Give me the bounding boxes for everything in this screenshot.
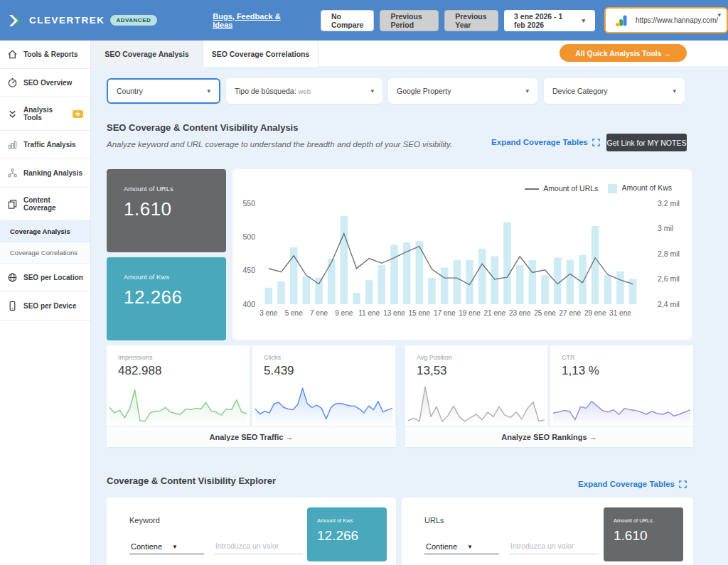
svg-text:27 ene: 27 ene — [560, 309, 582, 317]
svg-text:550: 550 — [242, 199, 255, 208]
ctr-label: CTR — [562, 354, 693, 361]
sidebar-item-label: SEO per Location — [23, 274, 83, 281]
kpi-amount-of-kws: Amount of Kws 12.266 — [107, 257, 226, 340]
explorer-expand-link[interactable]: Expand Coverage Tables — [578, 480, 687, 488]
filter-search-type[interactable]: Tipo de búsqueda:web ▾ — [226, 78, 382, 104]
chevron-down-icon: ▾ — [525, 87, 529, 95]
clicks-sparkline — [252, 382, 395, 426]
sidebar-item-label: Analysis Tools — [23, 106, 67, 122]
kpi-value: 1.610 — [124, 198, 226, 220]
operator-value: Contiene — [131, 542, 162, 551]
sidebar-item-content-coverage[interactable]: Content Coverage — [0, 188, 90, 221]
clicks-card: Clicks 5.439 — [252, 345, 395, 426]
tab-seo-coverage-correlations[interactable]: SEO Coverage Correlations — [203, 41, 318, 67]
clicks-label: Clicks — [264, 354, 395, 361]
svg-text:15 ene: 15 ene — [409, 309, 431, 317]
coverage-dual-axis-chart[interactable]: 5505004504003,2 mil3 mil2,8 mil2,6 mil2,… — [232, 196, 692, 338]
no-compare-button[interactable]: No Compare — [321, 10, 375, 31]
kpi-label: Amount of Kws — [124, 273, 226, 281]
tab-seo-coverage-analysis[interactable]: SEO Coverage Analysis — [91, 41, 203, 67]
avg-position-value: 13,53 — [417, 364, 547, 378]
filter-label: Google Property — [397, 87, 451, 95]
rankings-sparkline-group: Avg Position 13,53 CTR 1,13 % Analyze SE… — [405, 345, 693, 447]
sidebar-item-coverage-correlations[interactable]: Coverage Correlations — [0, 242, 90, 264]
sidebar: Tools & Reports SEO Overview Analysis To… — [0, 41, 91, 565]
sidebar-item-coverage-analysis[interactable]: Coverage Analysis — [0, 221, 90, 242]
analyze-seo-rankings-link[interactable]: Analyze SEO Rankings → — [405, 426, 693, 447]
svg-text:5 ene: 5 ene — [285, 309, 303, 317]
bar-chart-icon — [7, 139, 18, 150]
avg-position-card: Avg Position 13,53 — [405, 345, 547, 426]
bar-swatch-icon — [608, 184, 617, 193]
sidebar-item-label: SEO Overview — [23, 79, 72, 87]
sidebar-item-ranking-analysis[interactable]: Ranking Analysis — [0, 159, 90, 188]
double-chevron-down-icon — [7, 109, 18, 119]
chevron-down-icon: ▾ — [370, 87, 374, 95]
filter-label: Tipo de búsqueda:web — [235, 87, 311, 95]
star-badge-icon: ★ — [73, 110, 83, 118]
ctr-card: CTR 1,13 % — [550, 345, 693, 426]
sidebar-item-label: Content Coverage — [23, 196, 83, 212]
sidebar-item-traffic-analysis[interactable]: Traffic Analysis — [0, 131, 90, 159]
sidebar-item-label: Tools & Reports — [23, 50, 77, 58]
google-analytics-icon — [614, 14, 628, 28]
kpi-value: 12.266 — [124, 286, 226, 308]
sidebar-item-seo-per-device[interactable]: SEO per Device — [0, 292, 90, 321]
kpi-value: 12.266 — [317, 528, 387, 544]
urls-operator-select[interactable]: Contiene ▼ — [424, 539, 499, 554]
analyze-seo-traffic-link[interactable]: Analyze SEO Traffic → — [107, 426, 396, 447]
svg-text:9 ene: 9 ene — [335, 309, 353, 317]
keyword-operator-select[interactable]: Contiene ▼ — [129, 539, 204, 554]
expand-coverage-tables-link[interactable]: Expand Coverage Tables — [491, 138, 600, 146]
advanced-badge: ADVANCED — [110, 15, 158, 26]
tab-bar: SEO Coverage Analysis SEO Coverage Corre… — [91, 41, 728, 67]
previous-period-button[interactable]: Previous Period — [380, 10, 439, 31]
svg-text:31 ene: 31 ene — [609, 309, 631, 317]
expand-link-label: Expand Coverage Tables — [491, 138, 588, 146]
urls-filter-panel: URLs Contiene ▼ Reset Amount of URLs 1.6… — [402, 497, 693, 565]
date-range-picker[interactable]: 3 ene 2026 - 1 feb 2026 ▾ — [504, 10, 595, 31]
property-url: https://www.hannapy.com/ — [636, 16, 718, 24]
mobile-phone-icon — [7, 301, 18, 311]
brand: CLEVERTREK ADVANCED — [9, 14, 157, 28]
get-link-notes-button[interactable]: Get Link for MY NOTES — [606, 134, 687, 151]
chevron-down-icon: ▼ — [467, 544, 473, 550]
svg-text:3 ene: 3 ene — [259, 309, 277, 317]
chevron-down-icon: ▾ — [673, 87, 676, 95]
svg-text:450: 450 — [242, 266, 255, 274]
legend-amount-of-urls: Amount of URLs — [525, 184, 598, 193]
sidebar-item-label: Ranking Analysis — [23, 169, 82, 177]
expand-icon — [592, 139, 600, 146]
svg-text:25 ene: 25 ene — [534, 309, 556, 317]
sidebar-item-label: SEO per Device — [23, 302, 76, 310]
svg-text:17 ene: 17 ene — [434, 309, 456, 317]
svg-text:13 ene: 13 ene — [383, 309, 405, 317]
sidebar-item-analysis-tools[interactable]: Analysis Tools ★ — [0, 97, 90, 131]
sidebar-item-tools-reports[interactable]: Tools & Reports — [0, 41, 90, 69]
filter-label: Country — [117, 87, 143, 95]
date-range-value: 3 ene 2026 - 1 feb 2026 — [514, 12, 569, 29]
urls-value-input[interactable] — [509, 538, 598, 554]
sidebar-item-seo-per-location[interactable]: SEO per Location — [0, 264, 90, 292]
section-title: SEO Coverage & Content Visibility Analys… — [107, 122, 298, 133]
coverage-chart-card: Amount of URLs Amount of Kws 55050045040… — [232, 169, 692, 340]
previous-year-button[interactable]: Previous Year — [444, 10, 498, 31]
sidebar-item-seo-overview[interactable]: SEO Overview — [0, 69, 90, 97]
filter-device-category[interactable]: Device Category ▾ — [544, 78, 685, 104]
svg-text:19 ene: 19 ene — [459, 309, 481, 317]
sitemap-icon — [7, 168, 18, 178]
feedback-link[interactable]: Bugs, Feedback & Ideas — [213, 12, 284, 29]
filter-country[interactable]: Country ▾ — [107, 78, 220, 104]
property-selector[interactable]: https://www.hannapy.com/ ▾ — [604, 7, 728, 33]
impressions-value: 482.988 — [118, 364, 250, 378]
kpi-label: Amount of URLs — [124, 185, 226, 193]
filter-google-property[interactable]: Google Property ▾ — [388, 78, 537, 104]
svg-text:23 ene: 23 ene — [509, 309, 531, 317]
globe-icon — [7, 272, 18, 283]
expand-link-label: Expand Coverage Tables — [578, 480, 675, 488]
all-quick-analysis-tools-button[interactable]: All Quick Analysis Tools → — [560, 44, 687, 62]
chart-legend: Amount of URLs Amount of Kws — [525, 183, 672, 193]
keyword-value-input[interactable] — [214, 538, 303, 554]
brand-name: CLEVERTREK — [29, 15, 105, 26]
svg-text:3 mil: 3 mil — [658, 224, 673, 232]
